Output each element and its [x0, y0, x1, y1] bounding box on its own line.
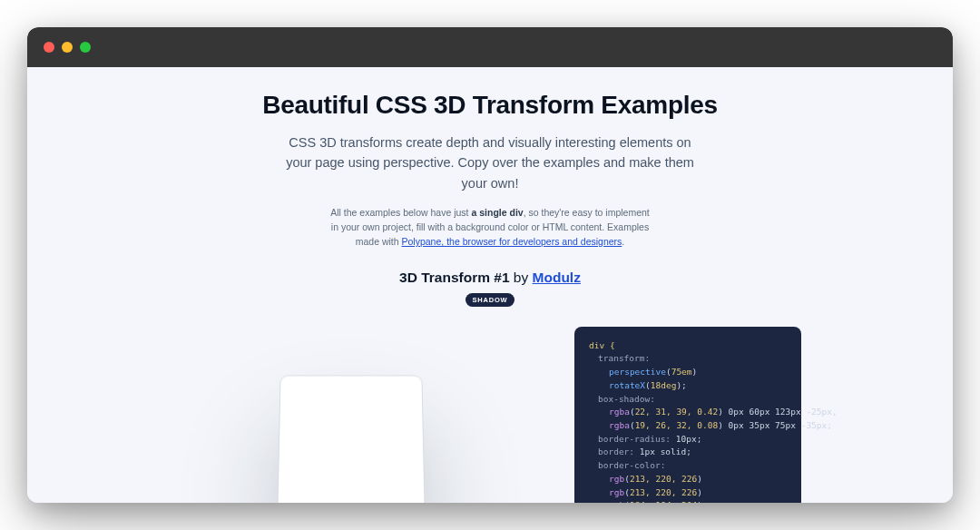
example-name: 3D Transform #1	[399, 270, 509, 285]
fineprint-emphasis: a single div	[471, 207, 523, 218]
badge-row: SHADOW	[27, 286, 953, 307]
code-line: div {	[589, 339, 787, 353]
by-label: by	[510, 270, 533, 285]
code-line: rgba(19, 26, 32, 0.08) 0px 35px 75px -35…	[589, 419, 787, 433]
maximize-icon[interactable]	[80, 42, 91, 53]
page-fineprint: All the examples below have just a singl…	[327, 206, 653, 249]
page-title: Beautiful CSS 3D Transform Examples	[27, 91, 953, 120]
example-title: 3D Transform #1 by Modulz	[27, 270, 953, 286]
preview-pane	[179, 327, 524, 503]
code-line: transform:	[589, 352, 787, 366]
code-line: border-radius: 10px;	[589, 433, 787, 447]
transformed-div	[277, 375, 425, 503]
code-line: border-color:	[589, 459, 787, 473]
page-lead: CSS 3D transforms create depth and visua…	[277, 132, 703, 193]
code-line: perspective(75em)	[589, 366, 787, 379]
code-line: rgb(213, 220, 226)	[589, 486, 787, 500]
browser-window: Beautiful CSS 3D Transform Examples CSS …	[27, 27, 953, 503]
fineprint-text: .	[622, 236, 624, 247]
code-block: div { transform: perspective(75em) rotat…	[574, 327, 801, 503]
fineprint-text: All the examples below have just	[330, 207, 471, 218]
author-link[interactable]: Modulz	[533, 270, 581, 285]
example-split: div { transform: perspective(75em) rotat…	[27, 327, 953, 503]
shadow-badge: SHADOW	[466, 293, 515, 307]
code-line: rgb(213, 220, 226)	[589, 473, 787, 486]
code-line: box-shadow:	[589, 393, 787, 407]
minimize-icon[interactable]	[62, 42, 73, 53]
page-content: Beautiful CSS 3D Transform Examples CSS …	[27, 67, 953, 503]
code-line: border: 1px solid;	[589, 446, 787, 459]
polypane-link[interactable]: Polypane, the browser for developers and…	[402, 236, 622, 247]
code-line: rgb(184, 194, 204);	[589, 499, 787, 503]
window-titlebar	[27, 27, 953, 67]
code-line: rgba(22, 31, 39, 0.42) 0px 60px 123px -2…	[589, 406, 787, 419]
traffic-lights	[44, 42, 91, 53]
code-line: rotateX(18deg);	[589, 379, 787, 393]
close-icon[interactable]	[44, 42, 54, 53]
